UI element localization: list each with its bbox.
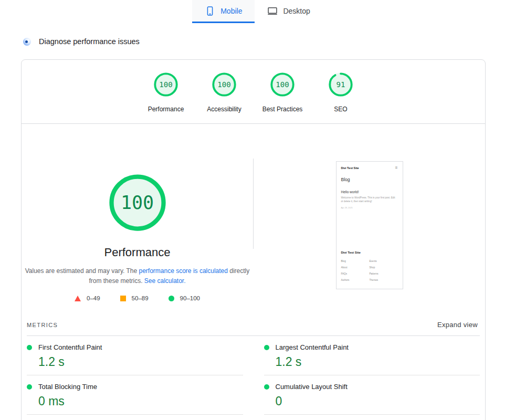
thumb-link: Events: [370, 260, 398, 262]
metric-cell-first-contentful-paint: First Contentful Paint 1.2 s: [27, 336, 243, 375]
page-screenshot-thumbnail[interactable]: Divi Test Site ≡ Blog Hello world! Welco…: [336, 161, 403, 289]
metric-value: 0: [276, 394, 480, 408]
thumbnail-header: Divi Test Site ≡: [341, 166, 398, 170]
legend-pass-label: 90–100: [180, 295, 200, 301]
diagnose-section-header: Diagnose performance issues: [23, 37, 515, 46]
pass-circle-icon: [169, 296, 174, 301]
insights-sphere-icon: [23, 38, 31, 46]
legend-item-fail: 0–49: [75, 295, 100, 301]
tab-desktop-label: Desktop: [283, 7, 310, 15]
thumb-link: Shop: [370, 266, 398, 269]
score-item-performance[interactable]: 100 Performance: [137, 72, 195, 113]
score-range-legend: 0–49 50–89 90–100: [75, 295, 200, 301]
legend-fail-label: 0–49: [87, 295, 100, 301]
metric-value: 0 ms: [38, 394, 243, 408]
score-disclaimer: Values are estimated and may vary. The p…: [24, 266, 251, 286]
metric-cell-largest-contentful-paint: Largest Contentful Paint 1.2 s: [264, 336, 480, 375]
disclaimer-text-1: Values are estimated and may vary. The: [25, 267, 139, 275]
performance-score-label: Performance: [148, 106, 184, 113]
category-scores-row: 100 Performance 100 Accessibility 100: [22, 60, 485, 124]
performance-gauge-column: 100 Performance Values are estimated and…: [22, 124, 253, 314]
thumbnail-post-body: Welcome to WordPress. This is your first…: [341, 196, 398, 203]
score-calc-link[interactable]: performance score is calculated: [139, 267, 228, 275]
pass-dot-icon: [264, 345, 269, 350]
legend-item-average: 50–89: [120, 295, 149, 301]
best-practices-score-label: Best Practices: [262, 106, 303, 113]
thumb-link: About: [341, 266, 370, 269]
metric-cell-cumulative-layout-shift: Cumulative Layout Shift 0: [264, 375, 480, 415]
seo-score-label: SEO: [334, 106, 347, 113]
best-practices-score-value: 100: [270, 72, 295, 97]
section-title: Diagnose performance issues: [39, 37, 140, 46]
performance-score-gauge: 100: [154, 72, 178, 97]
tab-desktop[interactable]: Desktop: [255, 0, 322, 23]
score-item-best-practices[interactable]: 100 Best Practices: [254, 72, 312, 113]
metric-value: 1.2 s: [38, 355, 243, 369]
best-practices-score-gauge: 100: [270, 72, 295, 97]
thumb-link: Authors: [341, 279, 370, 281]
accessibility-score-label: Accessibility: [207, 106, 241, 113]
metric-cell-total-blocking-time: Total Blocking Time 0 ms: [27, 375, 243, 415]
accessibility-score-gauge: 100: [212, 72, 236, 97]
screenshot-column: Divi Test Site ≡ Blog Hello world! Welco…: [254, 124, 485, 302]
seo-score-gauge: 91: [329, 72, 353, 97]
thumbnail-site-name: Divi Test Site: [341, 166, 359, 170]
pass-dot-icon: [264, 384, 269, 390]
hamburger-menu-icon: ≡: [395, 166, 398, 170]
metric-name: Total Blocking Time: [38, 383, 97, 391]
legend-item-pass: 90–100: [169, 295, 200, 301]
score-item-seo[interactable]: 91 SEO: [312, 72, 370, 113]
report-card: 100 Performance 100 Accessibility 100: [21, 59, 486, 420]
performance-heading: Performance: [104, 246, 171, 259]
metrics-header: METRICS Expand view: [27, 314, 480, 336]
fail-triangle-icon: [75, 296, 81, 301]
thumbnail-post-title: Hello world!: [341, 190, 398, 194]
score-item-accessibility[interactable]: 100 Accessibility: [195, 72, 254, 113]
metrics-section: METRICS Expand view First Contentful Pai…: [22, 314, 485, 420]
expand-view-button[interactable]: Expand view: [437, 321, 478, 329]
metric-name: Largest Contentful Paint: [276, 343, 349, 351]
thumbnail-footer-title: Divi Test Site: [341, 251, 398, 254]
thumbnail-footer-links: Blog Events About Shop FAQs Patterns Aut…: [341, 260, 398, 281]
thumbnail-footer: Divi Test Site Blog Events About Shop FA…: [341, 251, 398, 281]
tab-mobile[interactable]: Mobile: [192, 0, 255, 23]
metrics-title: METRICS: [27, 322, 58, 328]
thumb-link: FAQs: [341, 272, 370, 275]
metric-name: First Contentful Paint: [38, 343, 102, 351]
tab-mobile-label: Mobile: [220, 7, 242, 15]
accessibility-score-value: 100: [212, 72, 236, 97]
thumb-link: Blog: [341, 260, 370, 262]
metric-cell-empty: [264, 415, 480, 420]
performance-summary-area: 100 Performance Values are estimated and…: [22, 124, 485, 314]
performance-main-gauge: 100: [109, 174, 166, 232]
metric-cell-speed-index: Speed Index 2.5 s: [27, 415, 243, 420]
thumb-link: Themes: [370, 279, 398, 281]
device-tabs: Mobile Desktop: [0, 0, 515, 23]
thumb-link: Patterns: [370, 272, 398, 275]
performance-main-score: 100: [109, 174, 166, 232]
see-calculator-link[interactable]: See calculator.: [144, 277, 186, 285]
performance-score-value: 100: [154, 72, 178, 97]
phone-icon: [205, 6, 215, 16]
average-square-icon: [120, 296, 126, 301]
legend-average-label: 50–89: [132, 295, 149, 301]
metric-name: Cumulative Layout Shift: [276, 383, 348, 391]
pass-dot-icon: [27, 384, 32, 390]
pass-dot-icon: [27, 345, 32, 350]
seo-score-value: 91: [329, 72, 353, 97]
metrics-grid: First Contentful Paint 1.2 s Largest Con…: [27, 336, 480, 420]
thumbnail-post-date: Apr 28, 2025: [341, 206, 398, 209]
thumbnail-page-heading: Blog: [341, 177, 398, 182]
desktop-icon: [267, 6, 278, 16]
metric-value: 1.2 s: [276, 355, 480, 369]
